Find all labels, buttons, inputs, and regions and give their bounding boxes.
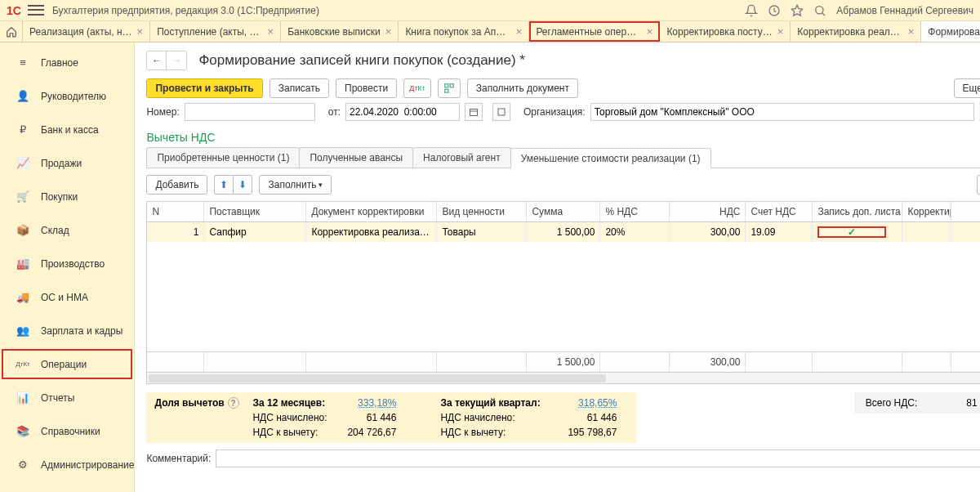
tab[interactable]: Корректировка посту…× — [660, 21, 791, 42]
tab-close-icon[interactable]: × — [516, 25, 523, 38]
subtab[interactable]: Приобретенные ценности (1) — [146, 147, 300, 168]
tab[interactable]: Формирование запис…× — [921, 21, 980, 42]
move-down-button[interactable]: ⬇ — [233, 175, 252, 195]
svg-marker-0 — [792, 5, 803, 16]
sidebar-item[interactable]: 📊Отчеты — [0, 381, 134, 414]
svg-rect-3 — [444, 84, 448, 87]
col-schet[interactable]: Счет НДС — [746, 202, 813, 221]
app-title: Бухгалтерия предприятия, редакция 3.0 (1… — [52, 5, 745, 16]
col-supplier[interactable]: Поставщик — [204, 202, 306, 221]
sidebar-icon: 🛒 — [13, 190, 33, 204]
svg-rect-8 — [498, 109, 505, 115]
sidebar-item[interactable]: 📦Склад — [0, 213, 134, 247]
more-button[interactable]: Еще ▾ — [954, 78, 980, 98]
tab-close-icon[interactable]: × — [908, 25, 915, 38]
tab-close-icon[interactable]: × — [647, 25, 653, 38]
sidebar-item[interactable]: ⚙Администрирование — [0, 448, 134, 481]
subtab[interactable]: Налоговый агент — [412, 147, 511, 168]
tab[interactable]: Реализация (акты, н…× — [23, 21, 150, 42]
col-sum[interactable]: Сумма — [527, 202, 600, 221]
home-tab[interactable] — [0, 21, 23, 42]
sidebar-icon: 🚚 — [13, 290, 33, 305]
sidebar-icon: ДтКт — [13, 357, 33, 372]
tab[interactable]: Поступление (акты, н…× — [150, 21, 281, 42]
sidebar-item[interactable]: 🛒Покупки — [0, 180, 134, 213]
fill-button[interactable]: Заполнить ▾ — [259, 175, 332, 195]
table-row[interactable]: 1 Сапфир Корректировка реализаци… Товары… — [147, 222, 980, 242]
tab-close-icon[interactable]: × — [268, 25, 274, 38]
main-content: ← → Формирование записей книги покупок (… — [135, 42, 980, 492]
hamburger-icon[interactable] — [28, 4, 44, 17]
link-12m[interactable]: 333,18% — [334, 397, 408, 409]
svg-rect-6 — [470, 110, 477, 116]
number-field[interactable] — [185, 103, 315, 121]
nav-arrows: ← → — [146, 51, 187, 70]
bell-icon[interactable] — [745, 4, 758, 17]
structure-button[interactable] — [438, 78, 461, 98]
sidebar-icon: ≡ — [13, 56, 33, 70]
tab-close-icon[interactable]: × — [385, 25, 392, 38]
tab[interactable]: Регламентные опера…× — [529, 21, 660, 42]
sidebar-item[interactable]: 👤Руководителю — [0, 79, 134, 113]
help-icon[interactable]: ? — [228, 397, 239, 409]
subtab[interactable]: Полученные авансы — [299, 147, 413, 168]
checkbox-icon[interactable]: ✓ — [817, 226, 886, 238]
dtkt-button[interactable]: ДтКт — [403, 78, 431, 98]
logo-1c: 1C — [7, 4, 21, 17]
post-close-button[interactable]: Провести и закрыть — [146, 78, 262, 98]
col-nds[interactable]: НДС — [670, 202, 746, 221]
sidebar-item[interactable]: 📈Продажи — [0, 146, 134, 180]
sidebar-item[interactable]: 🏭Производство — [0, 247, 134, 280]
save-button[interactable]: Записать — [270, 78, 329, 98]
svg-rect-4 — [450, 84, 453, 87]
user-name[interactable]: Абрамов Геннадий Сергеевич — [836, 5, 973, 16]
tab-close-icon[interactable]: × — [137, 25, 144, 38]
page-title: Формирование записей книги покупок (созд… — [198, 52, 980, 69]
search-icon[interactable] — [813, 4, 826, 17]
col-vid[interactable]: Вид ценности — [437, 202, 527, 221]
col-kor[interactable]: Корректир — [902, 202, 951, 221]
tab-close-icon[interactable]: × — [777, 25, 784, 38]
catalog-icon[interactable] — [492, 103, 510, 121]
col-pnds[interactable]: % НДС — [600, 202, 670, 221]
star-icon[interactable] — [791, 4, 804, 17]
nav-back[interactable]: ← — [147, 51, 167, 69]
sidebar-icon: 🏭 — [13, 257, 33, 271]
h-scrollbar[interactable] — [146, 373, 980, 384]
grid: N Поставщик Документ корректировки Вид ц… — [146, 201, 980, 373]
nav-fwd[interactable]: → — [167, 51, 186, 69]
col-doc[interactable]: Документ корректировки — [306, 202, 437, 221]
col-n[interactable]: N — [147, 202, 204, 221]
date-field[interactable] — [345, 103, 460, 121]
tab[interactable]: Корректировка реали…× — [791, 21, 921, 42]
history-icon[interactable] — [768, 4, 781, 17]
comment-label: Комментарий: — [146, 453, 211, 464]
calendar-icon[interactable] — [465, 103, 483, 121]
more2-button[interactable]: Еще ▾ — [977, 175, 980, 195]
subtabs: Приобретенные ценности (1)Полученные ава… — [146, 147, 980, 168]
tab[interactable]: Банковские выписки× — [281, 21, 399, 42]
post-button[interactable]: Провести — [336, 78, 397, 98]
from-label: от: — [328, 106, 341, 118]
sidebar-icon: 👥 — [13, 324, 33, 338]
sidebar-icon: ₽ — [13, 123, 33, 137]
subtab[interactable]: Уменьшение стоимости реализации (1) — [510, 148, 711, 168]
fill-doc-button[interactable]: Заполнить документ — [467, 78, 578, 98]
comment-field[interactable] — [216, 450, 980, 467]
link-q[interactable]: 318,65% — [555, 397, 628, 409]
tabbar: Реализация (акты, н…×Поступление (акты, … — [0, 21, 980, 42]
sidebar-item[interactable]: ≡Главное — [0, 46, 134, 79]
sidebar-icon: 👤 — [13, 89, 33, 104]
sidebar-item[interactable]: ₽Банк и касса — [0, 113, 134, 146]
tab[interactable]: Книга покупок за Апр…× — [399, 21, 529, 42]
svg-point-1 — [816, 6, 823, 13]
add-button[interactable]: Добавить — [146, 175, 207, 195]
sidebar-item[interactable]: ДтКтОперации — [0, 347, 134, 381]
org-field[interactable] — [590, 103, 974, 121]
move-up-button[interactable]: ⬆ — [214, 175, 233, 195]
sidebar-item[interactable]: 👥Зарплата и кадры — [0, 314, 134, 347]
sidebar-item[interactable]: 📚Справочники — [0, 414, 134, 448]
sidebar-item[interactable]: 🚚ОС и НМА — [0, 280, 134, 314]
col-zap[interactable]: Запись доп. листа — [813, 202, 902, 221]
sidebar-icon: 📊 — [13, 391, 33, 405]
